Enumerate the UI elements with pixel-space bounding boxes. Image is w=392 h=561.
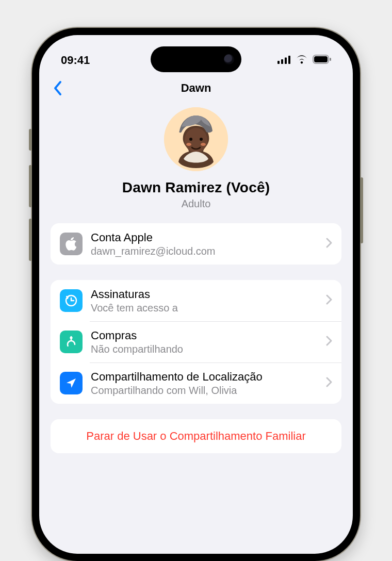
svg-point-11 (186, 143, 191, 146)
row-title: Compartilhamento de Localização (91, 370, 318, 384)
svg-point-14 (70, 336, 72, 339)
row-purchases[interactable]: Compras Não compartilhando (51, 321, 341, 362)
row-title: Compras (91, 329, 318, 342)
wifi-icon (296, 54, 308, 67)
svg-rect-0 (277, 61, 280, 64)
stop-family-sharing-button[interactable]: Parar de Usar o Compartilhamento Familia… (51, 419, 341, 453)
side-button (29, 219, 32, 261)
nav-title: Dawn (181, 81, 211, 95)
side-button (29, 165, 32, 207)
svg-rect-5 (314, 56, 328, 62)
row-subscriptions[interactable]: Assinaturas Você tem acesso a (51, 280, 341, 321)
subscriptions-icon (60, 289, 83, 312)
svg-rect-3 (288, 56, 290, 64)
side-button (360, 177, 363, 243)
svg-rect-2 (285, 58, 287, 64)
profile-header: Dawn Ramirez (Você) Adulto (39, 102, 353, 223)
row-subtitle: Não compartilhando (91, 343, 318, 355)
location-icon (60, 372, 83, 394)
chevron-right-icon (326, 238, 332, 250)
chevron-right-icon (326, 294, 332, 307)
avatar (164, 107, 228, 171)
sharing-group: Assinaturas Você tem acesso a Compras Nã… (51, 280, 341, 404)
apple-icon (60, 233, 83, 255)
row-subtitle: Compartilhando com Will, Olivia (91, 385, 318, 397)
chevron-left-icon (53, 80, 62, 96)
danger-group: Parar de Usar o Compartilhamento Familia… (51, 419, 341, 453)
svg-point-9 (189, 138, 192, 141)
purchases-icon (60, 331, 83, 353)
iphone-frame: 09:41 Dawn (32, 28, 360, 561)
row-location-sharing[interactable]: Compartilhamento de Localização Comparti… (51, 362, 341, 404)
chevron-right-icon (326, 377, 332, 389)
account-group: Conta Apple dawn_ramirez@icloud.com (51, 223, 341, 265)
row-subtitle: dawn_ramirez@icloud.com (91, 245, 318, 257)
svg-rect-6 (330, 58, 331, 61)
row-apple-account[interactable]: Conta Apple dawn_ramirez@icloud.com (51, 223, 341, 265)
back-button[interactable] (48, 79, 67, 97)
status-right (277, 54, 331, 67)
svg-point-10 (200, 138, 203, 141)
side-button (29, 129, 32, 151)
svg-point-12 (201, 143, 206, 146)
screen: 09:41 Dawn (39, 35, 353, 554)
status-time: 09:41 (61, 54, 90, 67)
profile-role: Adulto (182, 198, 211, 210)
memoji-icon (164, 107, 228, 171)
battery-icon (313, 54, 331, 67)
row-subtitle: Você tem acesso a (91, 302, 318, 314)
svg-rect-1 (281, 59, 283, 64)
row-title: Assinaturas (91, 288, 318, 301)
cellular-icon (277, 54, 291, 67)
dynamic-island (151, 46, 241, 72)
row-title: Conta Apple (91, 231, 318, 244)
nav-bar: Dawn (39, 74, 353, 102)
profile-name: Dawn Ramirez (Você) (122, 179, 270, 196)
chevron-right-icon (326, 336, 332, 348)
